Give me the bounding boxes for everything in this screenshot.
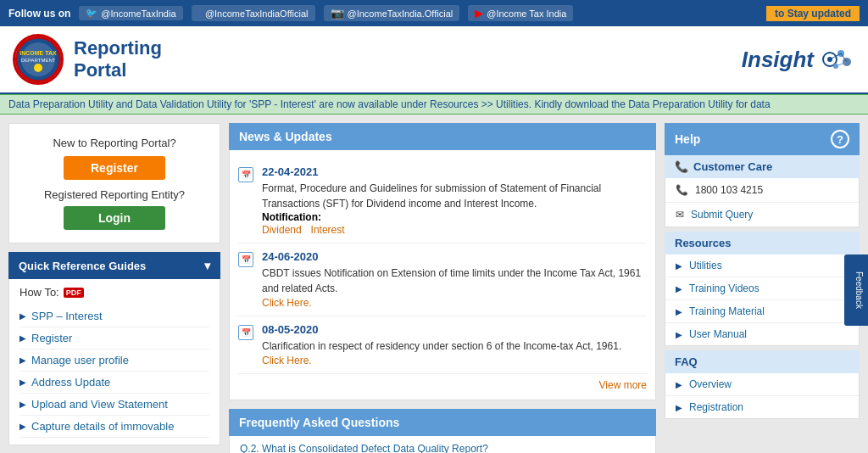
quick-ref-header[interactable]: Quick Reference Guides ▾ [8,252,220,279]
calendar-icon-1: 📅 [238,167,253,182]
view-more-row: View more [238,374,647,391]
quick-ref-label: Address Update [31,376,110,389]
news-text-1: Format, Procedure and Guidelines for sub… [262,181,647,211]
registration-item[interactable]: ▶ Registration [665,396,859,418]
quick-ref-item-address[interactable]: ▶ Address Update [19,372,209,394]
instagram-link[interactable]: 📷 @IncomeTaxIndia.Official [324,5,460,21]
logo-circle: INCOME TAX DEPARTMENT 🌟 [13,34,64,85]
user-manual-item[interactable]: ▶ User Manual [665,323,859,345]
how-to-label: How To: [19,286,59,299]
quick-ref-item-manage-user[interactable]: ▶ Manage user profile [19,350,209,372]
dividend-link[interactable]: Dividend [262,224,302,236]
left-sidebar: New to Reporting Portal? Register Regist… [8,123,220,453]
faq-card: Q.2. What is Consolidated Defect Data Qu… [229,436,656,453]
quick-ref-label: SPP – Interest [31,310,103,322]
triangle-icon: ▶ [676,284,682,294]
registered-text: Registered Reporting Entity? [22,188,207,201]
pdf-icon: PDF [64,288,84,298]
youtube-handle: @Income Tax India [487,8,566,19]
resources-card: ▶ Utilities ▶ Training Videos ▶ Training… [665,254,860,346]
training-videos-label: Training Videos [689,282,760,294]
customer-care-title: Customer Care [693,160,772,173]
insight-logo: Insight [742,45,855,75]
news-title: News & Updates [239,130,332,143]
faq-section-header: Frequently Asked Questions [229,409,656,436]
click-here-link-2[interactable]: Click Here. [262,297,312,309]
triangle-icon: ▶ [676,380,682,389]
register-button[interactable]: Register [64,156,165,180]
news-item-2: 📅 24-06-2020 CBDT issues Notification on… [238,243,647,316]
phone-icon: 📞 [675,160,688,173]
interest-link[interactable]: Interest [311,224,345,236]
quick-ref-item-capture[interactable]: ▶ Capture details of immovable [19,416,209,438]
overview-item[interactable]: ▶ Overview [665,373,859,396]
news-date-1: 22-04-2021 [262,165,647,178]
click-here-link-3[interactable]: Click Here. [262,355,312,366]
utilities-item[interactable]: ▶ Utilities [665,254,859,277]
triangle-icon: ▶ [19,311,26,321]
help-header: Help ? [665,123,860,155]
twitter-handle: @IncomeTaxIndia [101,8,175,19]
youtube-icon: ▶ [475,7,483,20]
svg-text:INCOME TAX: INCOME TAX [19,50,57,56]
center-content: News & Updates 📅 22-04-2021 Format, Proc… [229,123,656,453]
title-line1: Reporting [74,37,162,59]
quick-ref-label: Capture details of immovable [31,420,174,433]
quick-ref-item-upload[interactable]: ▶ Upload and View Statement [19,394,209,416]
news-content-2: 24-06-2020 CBDT issues Notification on E… [262,250,647,309]
news-label-1: Notification: [262,211,647,223]
training-videos-item[interactable]: ▶ Training Videos [665,277,859,300]
user-manual-label: User Manual [689,328,747,340]
facebook-link[interactable]: f @IncomeTaxIndiaOfficial [192,5,315,21]
faq-right-header: FAQ [665,350,860,373]
instagram-handle: @IncomeTaxIndia.Official [348,8,453,19]
help-icon[interactable]: ? [831,130,849,148]
triangle-icon: ▶ [676,330,682,339]
insight-label: Insight [742,47,814,73]
title-line2: Portal [74,59,162,81]
faq-right-title: FAQ [675,355,698,368]
login-register-card: New to Reporting Portal? Register Regist… [8,123,220,243]
twitter-icon: 🐦 [86,8,97,19]
faq-right-card: ▶ Overview ▶ Registration [665,373,860,419]
faq-title: Frequently Asked Questions [239,416,399,429]
login-button[interactable]: Login [64,206,165,230]
faq-item-1[interactable]: Q.2. What is Consolidated Defect Data Qu… [230,436,655,453]
news-content-3: 08-05-2020 Clarification in respect of r… [262,323,621,366]
news-content-1: 22-04-2021 Format, Procedure and Guideli… [262,165,647,236]
triangle-icon: ▶ [19,400,26,409]
quick-ref-item-register[interactable]: ▶ Register [19,327,209,350]
news-links-2: Click Here. [262,296,647,309]
notice-text: Data Preparation Utility and Data Valida… [8,98,771,110]
new-to-portal-text: New to Reporting Portal? [22,137,207,149]
triangle-icon: ▶ [19,355,26,365]
submit-query-item[interactable]: ✉ Submit Query [665,203,859,226]
svg-text:DEPARTMENT: DEPARTMENT [21,58,56,63]
news-date-2: 24-06-2020 [262,250,647,263]
submit-query-link[interactable]: Submit Query [691,209,753,221]
triangle-icon: ▶ [676,307,682,316]
email-icon: ✉ [676,209,684,221]
triangle-icon: ▶ [19,333,26,343]
resources-header: Resources [665,232,860,254]
help-title: Help [675,132,700,146]
stay-updated-label: to Stay updated [766,6,860,21]
twitter-link[interactable]: 🐦 @IncomeTaxIndia [79,6,182,20]
phone-number-icon: 📞 [676,184,688,196]
header: INCOME TAX DEPARTMENT 🌟 Reporting Portal… [0,26,868,94]
quick-ref-item-spp[interactable]: ▶ SPP – Interest [19,305,209,327]
quick-ref-label: Upload and View Statement [31,398,168,411]
quick-ref-title: Quick Reference Guides [19,260,146,272]
feedback-button[interactable]: Feedback [844,254,868,326]
view-more-link[interactable]: View more [599,379,647,391]
logo-svg: INCOME TAX DEPARTMENT 🌟 [15,36,61,82]
training-material-item[interactable]: ▶ Training Material [665,300,859,323]
calendar-icon-2: 📅 [238,252,253,267]
phone-number: 1800 103 4215 [695,184,763,196]
chevron-down-icon: ▾ [204,259,210,272]
how-to-row: How To: PDF [19,286,209,299]
news-links-1: Dividend Interest [262,223,647,236]
youtube-link[interactable]: ▶ @Income Tax India [468,5,573,21]
social-bar: Follow us on 🐦 @IncomeTaxIndia f @Income… [0,0,868,26]
logo-area: INCOME TAX DEPARTMENT 🌟 Reporting Portal [13,34,162,85]
